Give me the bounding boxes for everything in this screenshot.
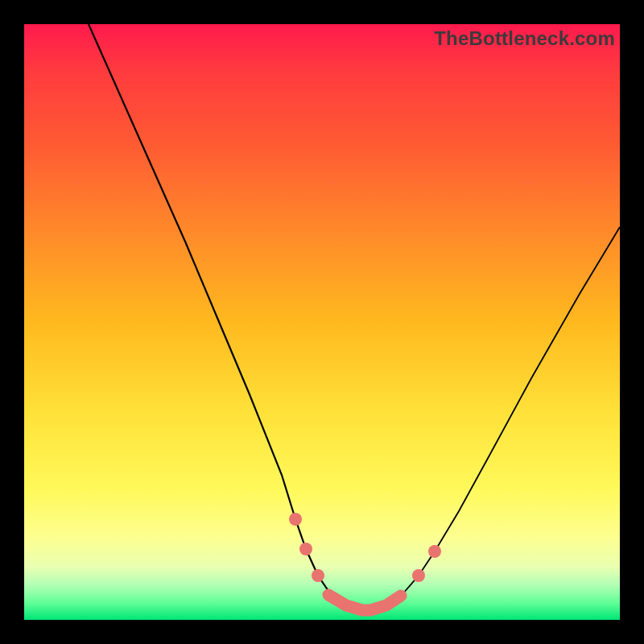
optimal-band-line [328, 595, 401, 610]
curves-svg [24, 24, 620, 620]
left-curve [89, 24, 362, 610]
marker-dot [312, 569, 324, 582]
marker-dot [299, 543, 312, 555]
chart-frame: TheBottleneck.com [0, 0, 644, 644]
marker-dot [412, 569, 425, 582]
plot-area: TheBottleneck.com [24, 24, 620, 620]
marker-dot [289, 513, 302, 526]
right-curve [370, 227, 620, 610]
marker-dot [428, 545, 441, 558]
